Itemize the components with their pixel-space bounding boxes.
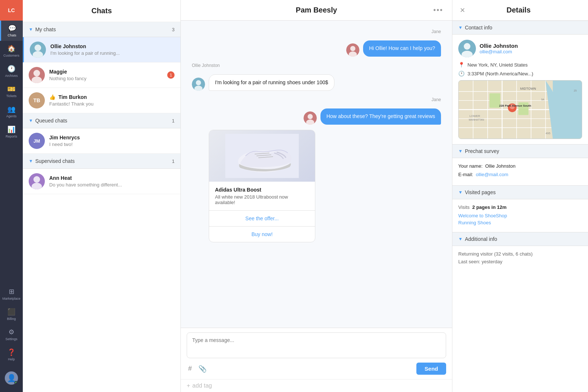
buy-now-link[interactable]: Buy now! (251, 231, 273, 237)
see-offer-link[interactable]: See the offer... (245, 215, 279, 221)
sidebar-label-reports: Reports (6, 135, 17, 138)
message-row-3: How about these? They're getting great r… (192, 108, 441, 125)
contact-location-row: 📍 New York, NY, Unietd States (458, 62, 582, 68)
hashtag-button[interactable]: # (187, 363, 193, 374)
visited-page-link-1[interactable]: Welcome to ShoeShop (458, 213, 582, 218)
last-seen: Last seen: yesterday (458, 259, 582, 264)
prechat-name-value: Ollie Johnston (485, 163, 515, 169)
prechat-survey-section-header[interactable]: ▼ Prechat survey (452, 144, 588, 158)
svg-text:MANHATTAN: MANHATTAN (469, 118, 484, 121)
prechat-email-value[interactable]: ollie@mail.com (476, 172, 508, 177)
sidebar-item-agents[interactable]: 👥 Agents (0, 101, 23, 122)
my-chats-count: 3 (172, 27, 175, 32)
msg-avatar-jane-2 (304, 111, 317, 125)
chat-main-header: Pam Beesly ••• (181, 0, 452, 21)
product-see-offer[interactable]: See the offer... (209, 210, 315, 226)
marketplace-icon: ⊞ (9, 288, 14, 296)
prechat-survey-label: Prechat survey (465, 148, 582, 154)
additional-info-section-header[interactable]: ▼ Additional info (452, 232, 588, 246)
additional-info-chevron: ▼ (458, 236, 463, 242)
sidebar-item-customers[interactable]: 🏠 Customers (0, 41, 23, 61)
send-button[interactable]: Send (416, 363, 446, 375)
settings-icon: ⚙ (8, 328, 14, 336)
product-desc: All white new 2018 Ultraboost now availa… (215, 194, 309, 205)
more-options-button[interactable]: ••• (433, 6, 443, 14)
chat-item-maggie[interactable]: Maggie Nothing too fancy 1 (23, 63, 180, 88)
message-input[interactable] (187, 332, 446, 358)
chat-preview-jim: I need two! (49, 142, 175, 147)
sidebar-item-help[interactable]: ❓ Help (2, 345, 20, 365)
app-logo: LC (0, 0, 23, 21)
visited-pages-section-header[interactable]: ▼ Visited pages (452, 185, 588, 199)
prechat-name-label: Your name: (458, 163, 483, 169)
visits-label: Visits (458, 204, 470, 210)
add-tag-label: add tag (192, 382, 212, 389)
chat-item-jim[interactable]: JM Jim Henrycs I need two! (23, 128, 180, 154)
chat-badge-maggie: 1 (167, 71, 175, 79)
contact-name-block: Ollie Johnston ollie@mail.com (480, 43, 518, 54)
sidebar-item-marketplace[interactable]: ⊞ Marketplace (2, 284, 20, 304)
avatar-jim: JM (29, 133, 45, 149)
details-close-button[interactable]: ✕ (460, 6, 465, 14)
supervised-chats-section-header[interactable]: ▼ Supervised chats 1 (23, 154, 180, 169)
svg-text:LOWER: LOWER (470, 114, 480, 118)
svg-point-10 (196, 80, 201, 85)
details-title: Details (506, 6, 531, 14)
chat-info-tim: 👍 Tim Burkon Fantastic! Thank you (49, 94, 175, 107)
chat-item-ann[interactable]: Ann Heat Do you have something different… (23, 169, 180, 194)
chat-info-jim: Jim Henrycs I need two! (49, 135, 175, 147)
sidebar-item-archives[interactable]: 🕐 Archives (0, 61, 23, 81)
sidebar-item-reports[interactable]: 📊 Reports (0, 122, 23, 142)
chat-item-tim[interactable]: TB 👍 Tim Burkon Fantastic! Thank you (23, 88, 180, 113)
contact-info-body: Ollie Johnston ollie@mail.com 📍 New York… (452, 35, 588, 144)
map-svg: MIDTOWN LOWER MANHATTAN 9A 25 495 228 Pa… (459, 81, 582, 139)
my-chats-section-header[interactable]: ▼ My chats 3 (23, 22, 180, 37)
svg-text:9A: 9A (541, 98, 545, 101)
chats-panel: Chats ▼ My chats 3 Ollie Johnston I'm lo… (23, 0, 181, 392)
details-header: ✕ Details (452, 0, 588, 21)
visited-page-link-2[interactable]: Running Shoes (458, 220, 582, 225)
sidebar-item-billing[interactable]: ⬛ Billing (2, 304, 20, 324)
queued-chats-section-header[interactable]: ▼ Queued chats 1 (23, 113, 180, 128)
prechat-survey-body: Your name: Ollie Johnston E-mail: ollie@… (452, 158, 588, 185)
contact-time-row: 🕐 3:33PM (North America/New...) (458, 71, 582, 76)
chats-header: Chats (23, 0, 180, 22)
returning-visitor: Returning visitor (32 visits, 6 chats) (458, 251, 582, 257)
map-container: MIDTOWN LOWER MANHATTAN 9A 25 495 228 Pa… (458, 80, 582, 139)
svg-rect-36 (490, 93, 501, 108)
contact-info-section-header[interactable]: ▼ Contact info (452, 21, 588, 35)
msg-avatar-jane-1 (346, 43, 359, 57)
sidebar-label-billing: Billing (7, 317, 16, 321)
add-tag-row[interactable]: + add tag (181, 379, 452, 392)
additional-info-body: Returning visitor (32 visits, 6 chats) L… (452, 246, 588, 272)
sidebar-item-settings[interactable]: ⚙ Settings (2, 324, 20, 345)
queued-chats-count: 1 (172, 118, 175, 124)
attachment-button[interactable]: 📎 (197, 363, 208, 374)
prechat-name-row: Your name: Ollie Johnston (458, 163, 582, 169)
sidebar-item-chats[interactable]: 💬 Chats (0, 21, 23, 41)
supervised-chats-count: 1 (172, 158, 175, 164)
reports-icon: 📊 (7, 125, 15, 133)
user-avatar-item[interactable]: 👤 (2, 368, 20, 388)
clock-icon: 🕐 (458, 71, 465, 76)
chat-customer-name: Pam Beesly (296, 6, 337, 14)
sidebar-item-tickets[interactable]: 🎫 Tickets (0, 81, 23, 101)
product-buy-now[interactable]: Buy now! (209, 226, 315, 242)
msg-sender-jane-2: Jane (192, 96, 441, 103)
svg-point-5 (32, 183, 42, 189)
contact-email[interactable]: ollie@mail.com (480, 49, 518, 54)
prechat-email-label: E-mail: (458, 172, 473, 177)
sidebar-label-tickets: Tickets (6, 94, 17, 98)
sidebar-label-help: Help (8, 357, 15, 361)
chat-preview-ollie: I'm looking for a pair of running... (50, 50, 175, 56)
product-card: Adidas Ultra Boost All white new 2018 Ul… (209, 130, 315, 242)
chat-preview-maggie: Nothing too fancy (49, 76, 163, 81)
queued-chats-chevron: ▼ (29, 118, 33, 123)
customers-icon: 🏠 (7, 44, 15, 53)
svg-point-2 (33, 70, 40, 76)
contact-name-row: Ollie Johnston ollie@mail.com (458, 40, 582, 57)
chat-name-ann: Ann Heat (49, 175, 175, 181)
shoe-illustration (225, 134, 299, 178)
chat-item-ollie[interactable]: Ollie Johnston I'm looking for a pair of… (23, 37, 180, 63)
avatar-tim: TB (29, 92, 45, 108)
